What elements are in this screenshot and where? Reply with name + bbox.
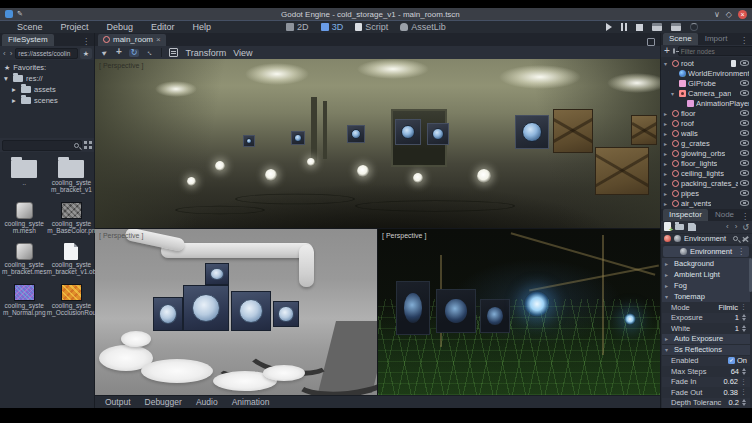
menu-project[interactable]: Project xyxy=(52,22,98,32)
editor-script-button[interactable]: Script xyxy=(355,22,388,32)
select-tool-icon[interactable] xyxy=(101,49,109,57)
stop-icon[interactable] xyxy=(636,24,643,31)
file-item[interactable]: cooling_system_OcclusionRou xyxy=(46,279,96,316)
scene-node[interactable]: roof xyxy=(661,118,752,128)
scene-node[interactable]: g_crates xyxy=(661,138,752,148)
filter-nodes-input[interactable] xyxy=(681,48,752,55)
titlebar[interactable]: ✎ Godot Engine - cold_storage_v1 - main_… xyxy=(0,8,752,20)
dock-menu-icon[interactable] xyxy=(740,36,750,45)
viewport-label[interactable]: [ Perspective ] xyxy=(99,62,143,69)
menu-scene[interactable]: Scene xyxy=(8,22,52,32)
play-icon[interactable] xyxy=(606,23,612,31)
editor-assetlib-button[interactable]: AssetLib xyxy=(400,22,446,32)
maximize-button[interactable] xyxy=(726,10,732,19)
caret-right-icon[interactable] xyxy=(664,190,670,197)
group-ambient-light[interactable]: Ambient Light xyxy=(662,269,750,280)
distraction-free-icon[interactable] xyxy=(647,38,655,46)
viewport-bottom-left[interactable]: [ Perspective ] xyxy=(95,229,377,395)
visibility-eye-icon[interactable] xyxy=(740,200,749,206)
history-icon[interactable] xyxy=(742,222,749,232)
file-item[interactable]: .. xyxy=(2,156,46,193)
nav-forward-icon[interactable] xyxy=(9,49,14,58)
viewport-label[interactable]: [ Perspective ] xyxy=(382,232,426,239)
dock-menu-icon[interactable] xyxy=(741,212,751,221)
tab-animation[interactable]: Animation xyxy=(232,397,270,407)
add-node-icon[interactable]: + xyxy=(664,46,670,56)
prop-white[interactable]: White1 xyxy=(662,323,750,334)
viewport-label[interactable]: [ Perspective ] xyxy=(99,232,143,239)
move-tool-icon[interactable] xyxy=(116,48,122,57)
caret-right-icon[interactable] xyxy=(664,110,670,117)
tab-import[interactable]: Import xyxy=(699,33,734,45)
tab-filesystem[interactable]: FileSystem xyxy=(2,34,54,46)
tab-output[interactable]: Output xyxy=(105,397,131,407)
local-space-toggle-icon[interactable] xyxy=(169,48,178,57)
visibility-eye-icon[interactable] xyxy=(740,60,749,66)
tab-debugger[interactable]: Debugger xyxy=(145,397,182,407)
search-properties-icon[interactable] xyxy=(733,236,738,241)
save-resource-icon[interactable] xyxy=(688,223,696,231)
tab-inspector[interactable]: Inspector xyxy=(663,209,708,221)
prop-depth-tolerance[interactable]: Depth Toleranc0.2 xyxy=(662,398,750,409)
file-item[interactable]: cooling_system.mesh xyxy=(2,197,46,234)
thumbnail-view-toggle-icon[interactable] xyxy=(84,141,92,149)
scale-tool-icon[interactable] xyxy=(146,49,154,57)
tree-item-scenes[interactable]: scenes xyxy=(0,95,94,106)
prop-fade-out[interactable]: Fade Out0.38 xyxy=(662,387,750,398)
scene-node[interactable]: WorldEnvironment xyxy=(661,68,752,78)
group-tonemap[interactable]: Tonemap xyxy=(662,291,750,302)
transform-menu[interactable]: Transform xyxy=(185,48,226,58)
scene-node[interactable]: GIProbe xyxy=(661,78,752,88)
file-item[interactable]: cooling_system_bracket_v1 xyxy=(46,156,96,193)
tab-audio[interactable]: Audio xyxy=(196,397,218,407)
play-scene-icon[interactable] xyxy=(652,23,662,31)
menu-debug[interactable]: Debug xyxy=(98,22,143,32)
scene-node[interactable]: floor_lights xyxy=(661,158,752,168)
prop-exposure[interactable]: Exposure1 xyxy=(662,313,750,324)
spinner-icon[interactable] xyxy=(741,368,747,375)
checkbox-checked-icon[interactable] xyxy=(728,357,735,364)
tools-icon[interactable] xyxy=(741,235,749,243)
minimize-button[interactable] xyxy=(714,10,720,19)
caret-right-icon[interactable] xyxy=(12,96,18,105)
caret-down-icon[interactable] xyxy=(664,60,670,67)
scene-node[interactable]: AnimationPlayer xyxy=(661,98,752,108)
prop-fade-in[interactable]: Fade In0.62 xyxy=(662,377,750,388)
viewport-main[interactable]: [ Perspective ] xyxy=(95,59,660,228)
scene-node[interactable]: pipes xyxy=(661,188,752,198)
spinner-icon[interactable] xyxy=(741,314,747,321)
caret-right-icon[interactable] xyxy=(664,140,670,147)
visibility-eye-icon[interactable] xyxy=(740,80,749,86)
menu-help[interactable]: Help xyxy=(184,22,221,32)
file-item[interactable]: cooling_system_bracket_v1.ob xyxy=(46,238,96,275)
prop-menu-icon[interactable] xyxy=(740,303,747,311)
history-forward-icon[interactable] xyxy=(734,222,739,231)
file-item[interactable]: cooling_system_Normal.png xyxy=(2,279,46,316)
tree-item-assets[interactable]: assets xyxy=(0,84,94,95)
prop-max-steps[interactable]: Max Steps64 xyxy=(662,366,750,377)
close-tab-icon[interactable] xyxy=(156,35,161,44)
file-item[interactable]: cooling_system_BaseColor.pn xyxy=(46,197,96,234)
tab-node[interactable]: Node xyxy=(709,209,740,221)
prop-enabled[interactable]: EnabledOn xyxy=(662,356,750,367)
spinner-icon[interactable] xyxy=(741,399,747,406)
instance-scene-icon[interactable] xyxy=(673,48,675,54)
editor-2d-button[interactable]: 2D xyxy=(286,22,309,32)
editor-3d-button[interactable]: 3D xyxy=(321,22,344,32)
group-auto-exposure[interactable]: Auto Exposure xyxy=(662,334,750,345)
scene-node[interactable]: packing_crates_and_ xyxy=(661,178,752,188)
visibility-eye-icon[interactable] xyxy=(740,130,749,136)
caret-right-icon[interactable] xyxy=(664,200,670,207)
visibility-eye-icon[interactable] xyxy=(740,150,749,156)
group-fog[interactable]: Fog xyxy=(662,280,750,291)
view-menu[interactable]: View xyxy=(233,48,252,58)
caret-right-icon[interactable] xyxy=(12,85,18,94)
file-item[interactable]: cooling_system_bracket.mes xyxy=(2,238,46,275)
scene-node[interactable]: ceiling_lights xyxy=(661,168,752,178)
caret-right-icon[interactable] xyxy=(664,120,670,127)
visibility-eye-icon[interactable] xyxy=(740,160,749,166)
group-background[interactable]: Background xyxy=(662,258,750,269)
group-ss-reflections[interactable]: Ss Reflections xyxy=(662,345,750,356)
nav-back-icon[interactable] xyxy=(2,49,7,58)
resource-header[interactable]: Environment xyxy=(663,246,749,257)
